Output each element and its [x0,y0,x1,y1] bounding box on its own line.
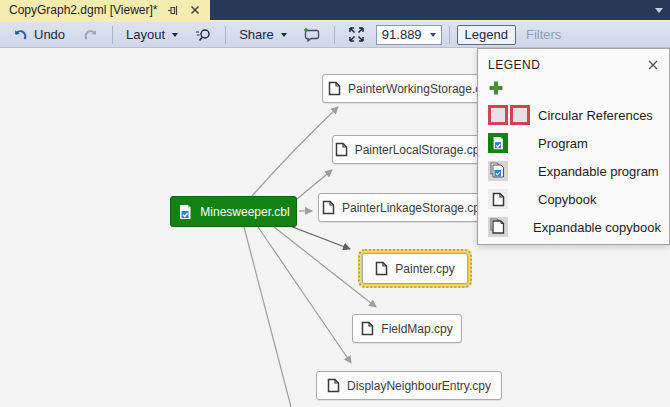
node-label: Minesweeper.cbl [200,205,289,219]
legend-button-label: Legend [465,27,508,42]
legend-title: LEGEND [488,58,540,72]
toolbar-separator [334,26,335,44]
legend-item-label: Copybook [538,192,597,207]
undo-icon [11,26,29,44]
circular-references-icon [488,105,538,125]
legend-add-button[interactable] [488,75,661,101]
pin-icon[interactable] [166,3,180,17]
chevron-down-icon [172,33,178,37]
legend-item-expandable-program[interactable]: Expandable program [488,157,661,185]
zoom-level-value: 91.889 [382,27,422,42]
graph-node-display-neighbour-entry[interactable]: DisplayNeighbourEntry.cpy [316,371,502,400]
document-tab-title: CopyGraph2.dgml [Viewer]* [9,3,158,17]
graph-node-painter[interactable]: Painter.cpy [362,253,468,284]
chevron-down-icon [430,33,436,37]
legend-item-program[interactable]: Program [488,129,661,157]
copybook-icon [361,321,374,336]
edge-minesweeper-to-display-neighbour-entry [258,227,351,363]
node-label: DisplayNeighbourEntry.cpy [347,379,491,393]
node-label: PainterLocalStorage.cpy [355,143,486,157]
redo-icon [81,26,99,44]
toolbar-separator [112,26,113,44]
legend-item-circular-references[interactable]: Circular References [488,101,661,129]
node-label: PainterLinkageStorage.cpy [342,201,486,215]
share-dropdown[interactable]: Share [233,24,293,45]
node-label: PainterWorkingStorage.cpy [348,82,494,96]
edge-minesweeper-to-offscreen [244,227,291,407]
legend-item-label: Expandable program [538,164,659,179]
graph-node-fieldmap[interactable]: FieldMap.cpy [352,314,462,343]
graph-node-painter-linkage-storage[interactable]: PainterLinkageStorage.cpy [318,193,490,222]
graph-node-painter-working-storage[interactable]: PainterWorkingStorage.cpy [322,74,500,103]
layout-dropdown[interactable]: Layout [120,24,184,45]
filters-button[interactable]: Filters [520,24,567,45]
tab-list-dropdown-icon[interactable] [655,8,663,13]
document-tab-strip: CopyGraph2.dgml [Viewer]* [0,0,670,22]
legend-item-expandable-copybook[interactable]: Expandable copybook [488,213,661,241]
legend-panel: LEGEND Circular ReferencesProgramExpanda… [477,48,670,245]
share-label: Share [239,27,274,42]
chevron-down-icon [281,33,287,37]
plus-icon [488,80,504,96]
legend-item-copybook[interactable]: Copybook [488,185,661,213]
legend-item-label: Expandable copybook [533,220,661,235]
comment-bubble-icon [303,26,321,44]
toolbar-separator [449,26,450,44]
graph-node-minesweeper[interactable]: Minesweeper.cbl [170,196,297,227]
copybook-icon [375,261,388,276]
document-tab[interactable]: CopyGraph2.dgml [Viewer]* [0,0,210,20]
expandable-copybook-icon [488,217,533,237]
filters-button-label: Filters [526,27,561,42]
undo-label: Undo [34,27,65,42]
node-label: FieldMap.cpy [381,322,452,336]
copybook-icon [322,200,335,215]
redo-button[interactable] [75,23,105,47]
neighborhood-magnifier-icon [194,26,212,44]
copybook-icon [488,189,538,209]
edge-minesweeper-to-painter [290,226,350,249]
edge-minesweeper-to-painter-working-storage [252,107,338,196]
copybook-icon [327,378,340,393]
close-icon[interactable] [188,3,202,17]
legend-item-label: Program [538,136,588,151]
zoom-level-combobox[interactable]: 91.889 [376,25,442,45]
layout-label: Layout [126,27,165,42]
graph-canvas[interactable]: Minesweeper.cblPainterWorkingStorage.cpy… [0,48,670,407]
copybook-icon [328,81,341,96]
neighborhood-browse-button[interactable] [188,23,218,47]
toolbar-separator [225,26,226,44]
legend-close-icon[interactable] [645,57,661,73]
legend-item-label: Circular References [538,108,653,123]
undo-button[interactable]: Undo [5,23,71,47]
program-icon [177,204,193,220]
add-comment-button[interactable] [297,23,327,47]
expandable-program-icon [488,161,538,181]
graph-node-painter-local-storage[interactable]: PainterLocalStorage.cpy [332,135,488,164]
zoom-to-fit-button[interactable] [342,23,372,47]
graph-toolbar: Undo Layout Share 91.889 Legend [0,22,670,48]
copybook-icon [335,142,348,157]
legend-toggle-button[interactable]: Legend [457,25,516,45]
program-icon [488,133,538,153]
node-label: Painter.cpy [395,262,454,276]
zoom-to-fit-icon [348,26,366,44]
